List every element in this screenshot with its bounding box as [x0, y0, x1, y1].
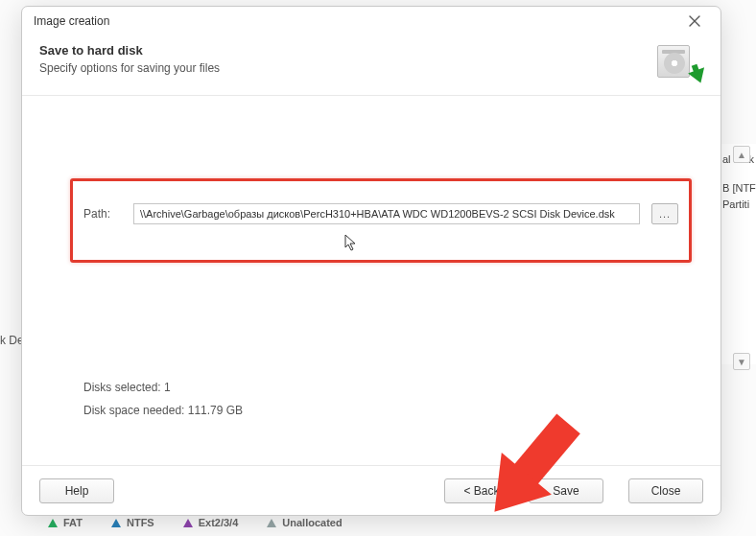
triangle-icon — [111, 519, 121, 527]
header-heading: Save to hard disk — [39, 43, 220, 58]
dialog-header: Save to hard disk Specify options for sa… — [22, 35, 721, 96]
save-button[interactable]: Save — [529, 478, 603, 503]
triangle-icon — [48, 519, 58, 527]
summary-info: Disks selected: 1 Disk space needed: 111… — [83, 376, 243, 422]
space-needed-line: Disk space needed: 111.79 GB — [83, 399, 243, 422]
close-button[interactable]: Close — [628, 478, 703, 503]
legend-item: FAT — [48, 517, 83, 528]
path-input[interactable] — [133, 203, 640, 224]
bg-right-panel: al Disk B [NTFS Partiti — [718, 144, 756, 364]
dialog-body: Path: ... Disks selected: 1 Disk space n… — [22, 96, 721, 465]
scroll-down-button[interactable]: ▼ — [733, 353, 750, 370]
legend-item: Unallocated — [267, 517, 342, 528]
path-label: Path: — [83, 207, 122, 221]
header-subtitle: Specify options for saving your files — [39, 61, 220, 75]
browse-button[interactable]: ... — [651, 203, 678, 224]
bg-right-text: Partiti — [722, 197, 752, 214]
bg-right-text: B [NTFS — [722, 180, 752, 198]
triangle-icon — [183, 519, 193, 527]
triangle-icon — [267, 519, 276, 527]
dialog-title: Image creation — [34, 14, 109, 28]
legend-item: Ext2/3/4 — [183, 517, 239, 528]
path-row: Path: ... — [83, 203, 678, 224]
cursor-icon — [344, 234, 358, 254]
legend-item: NTFS — [111, 517, 154, 528]
help-button[interactable]: Help — [39, 478, 114, 503]
disks-selected-line: Disks selected: 1 — [83, 376, 243, 399]
close-icon[interactable] — [680, 10, 709, 33]
image-creation-dialog: Image creation Save to hard disk Specify… — [21, 6, 721, 516]
dialog-footer: Help < Back Save Close — [22, 465, 721, 515]
bg-legend: FAT NTFS Ext2/3/4 Unallocated — [48, 517, 343, 528]
back-button[interactable]: < Back — [444, 478, 519, 503]
scroll-up-button[interactable]: ▲ — [733, 146, 750, 163]
dialog-titlebar: Image creation — [22, 7, 721, 35]
save-to-disk-icon — [657, 43, 703, 82]
